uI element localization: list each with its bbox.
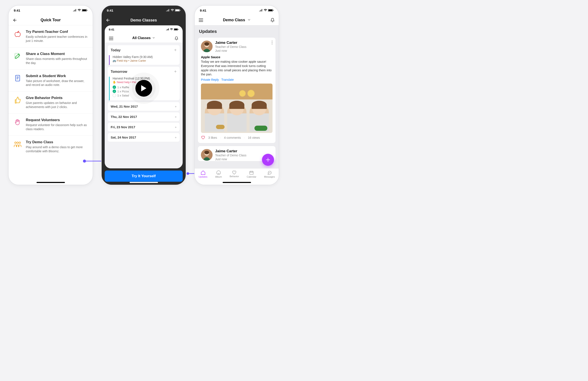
svg-point-7: [19, 142, 21, 144]
translate-link[interactable]: Translate: [221, 78, 234, 81]
signal-icon: [259, 9, 263, 12]
date-row[interactable]: Thu, 22 Nov 2017+: [107, 112, 180, 121]
people-icon: [13, 140, 22, 149]
page-title: Quick Tour: [41, 18, 61, 22]
hand-icon: [13, 118, 22, 126]
avatar[interactable]: [201, 40, 212, 52]
home-indicator[interactable]: [37, 182, 65, 183]
tab-behavior[interactable]: Behavior: [230, 170, 239, 178]
home-indicator[interactable]: [130, 182, 158, 183]
hamburger-icon: [109, 37, 113, 40]
tab-album[interactable]: Album: [215, 170, 222, 178]
svg-rect-4: [16, 75, 20, 81]
tour-item-share-moment[interactable]: Share a Class MomentShare class moments …: [9, 47, 93, 70]
class-selector[interactable]: Demo Class: [223, 18, 250, 22]
menu-button[interactable]: [199, 15, 203, 25]
section-today: Today + Hidden Valley Farm (9:30 AM) 🚌 F…: [107, 45, 180, 65]
heart-icon: [232, 170, 237, 175]
post-time: Just now: [215, 49, 269, 53]
class-selector-label: Demo Class: [223, 18, 245, 22]
tour-item-student-work[interactable]: Submit a Student WorkTake picture of wor…: [9, 70, 93, 92]
back-button[interactable]: [12, 15, 17, 25]
compose-fab[interactable]: [262, 154, 274, 166]
apple-icon: [13, 30, 22, 38]
check-open-icon: [113, 94, 116, 97]
tour-item-subtitle: Request volunteer for classroom help suc…: [26, 123, 88, 131]
date-label: Wed, 21 Nov 2017: [111, 105, 138, 108]
tour-item-subtitle: Easily schedule parent teacher conferenc…: [26, 35, 88, 43]
avatar[interactable]: [201, 149, 212, 161]
play-video-button[interactable]: [135, 80, 152, 97]
post-role: Teacher of Demo Class: [215, 45, 269, 49]
inner-status-bar: 9:41: [105, 26, 183, 33]
wifi-icon: [264, 9, 267, 12]
date-label: Sat, 24 Nov 2017: [111, 136, 136, 139]
demo-classes-body: 9:41 All Classes: [102, 25, 186, 185]
tour-item-volunteers[interactable]: Request VolunteersRequest volunteer for …: [9, 114, 93, 136]
inner-preview: 9:41 All Classes: [105, 25, 183, 168]
signal-icon: [166, 9, 170, 12]
class-selector-label: All Classes: [132, 36, 151, 40]
date-row[interactable]: Sat, 24 Nov 2017+: [107, 133, 180, 142]
smile-icon: [216, 170, 221, 175]
status-time: 9:41: [109, 28, 114, 31]
tour-item-subtitle: Give parents updates on behavior and ach…: [26, 101, 88, 109]
chevron-down-icon: [248, 18, 251, 21]
event-item-label: 1 x Raffle: [117, 86, 129, 89]
calendar-scroll[interactable]: Today + Hidden Valley Farm (9:30 AM) 🚌 F…: [105, 43, 183, 168]
tab-label: Behavior: [230, 175, 239, 178]
try-it-yourself-button[interactable]: Try It Yourself: [105, 171, 183, 182]
signal-icon: [166, 28, 169, 31]
tab-updates[interactable]: Updates: [199, 170, 207, 178]
avatar-image: [201, 40, 212, 52]
svg-point-24: [272, 42, 273, 43]
check-done-icon: ✓: [113, 90, 116, 93]
post-image[interactable]: [201, 83, 273, 133]
status-bar: 9:41: [195, 6, 279, 15]
private-reply-link[interactable]: Private Reply: [201, 78, 219, 81]
home-indicator[interactable]: [223, 182, 251, 183]
thumbs-up-icon: [13, 96, 22, 104]
event-title: Harvest Festival (12:30 PM): [113, 77, 177, 80]
wifi-icon: [78, 9, 81, 12]
tour-item-subtitle: Play around with a demo class to get mor…: [26, 145, 88, 153]
tour-item-behavior-points[interactable]: Give Behavior PointsGive parents updates…: [9, 92, 93, 114]
add-event-button[interactable]: +: [174, 48, 177, 53]
svg-rect-14: [174, 29, 178, 30]
svg-point-28: [217, 171, 220, 175]
battery-icon: [82, 9, 87, 12]
status-time: 9:41: [107, 9, 113, 12]
showcase-container: 9:41 Quick Tour Try Parent-Teacher ConfE…: [8, 5, 279, 185]
date-row[interactable]: Fri, 23 Nov 2017+: [107, 122, 180, 132]
quick-tour-list: Try Parent-Teacher ConfEasily schedule p…: [9, 25, 93, 185]
svg-rect-11: [175, 9, 179, 11]
bell-icon: [270, 18, 275, 23]
status-bar: 9:41: [102, 6, 186, 15]
date-row[interactable]: Wed, 21 Nov 2017+: [107, 102, 180, 111]
event-item-label: 1 x Pizza: [117, 90, 129, 93]
nav-bar: Demo Classes: [102, 15, 186, 25]
menu-button[interactable]: [109, 33, 113, 44]
post-body: Today we are making slow cooker apple sa…: [201, 60, 273, 77]
like-button[interactable]: [201, 136, 205, 140]
back-button[interactable]: [105, 15, 110, 25]
tour-item-parent-teacher[interactable]: Try Parent-Teacher ConfEasily schedule p…: [9, 25, 93, 47]
more-vertical-icon: [272, 40, 273, 44]
signal-icon: [73, 9, 77, 12]
likes-count[interactable]: 3 likes: [208, 136, 217, 139]
tab-messages[interactable]: Messages: [264, 170, 275, 178]
notifications-button[interactable]: [270, 15, 275, 25]
tour-item-title: Try Parent-Teacher Conf: [26, 30, 88, 34]
inner-nav-bar: All Classes: [105, 33, 183, 43]
play-icon: [141, 85, 147, 92]
notifications-button[interactable]: [174, 33, 179, 44]
event-today[interactable]: Hidden Valley Farm (9:30 AM) 🚌 Field tri…: [109, 55, 180, 65]
post-card[interactable]: Jaime Carter Teacher of Demo Class Just …: [198, 37, 276, 143]
add-event-button[interactable]: +: [174, 69, 177, 74]
tab-calendar[interactable]: Calendar: [247, 170, 256, 178]
class-selector[interactable]: All Classes: [132, 36, 155, 40]
tour-item-demo-class[interactable]: Try Demo ClassPlay around with a demo cl…: [9, 136, 93, 158]
comments-count[interactable]: 4 comments: [224, 136, 241, 139]
post-more-button[interactable]: [272, 40, 273, 45]
home-icon: [201, 170, 206, 175]
